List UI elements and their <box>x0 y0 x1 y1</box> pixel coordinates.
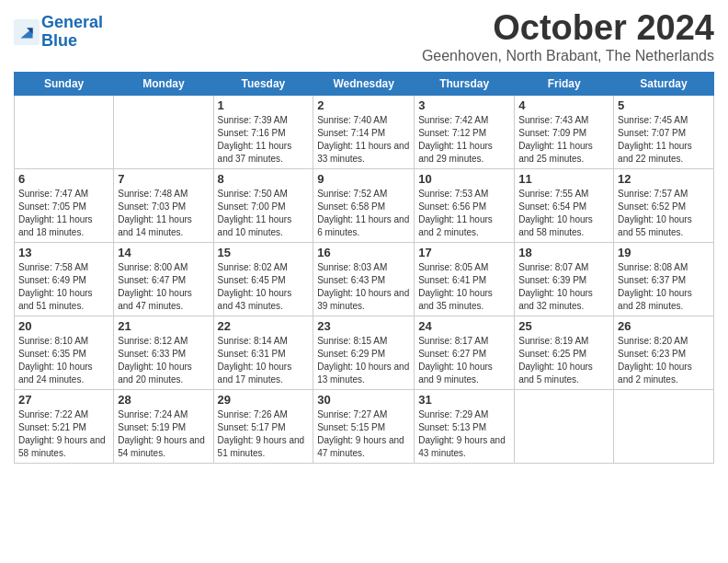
day-number: 16 <box>317 246 410 259</box>
day-number: 4 <box>518 98 609 112</box>
calendar-cell: 16Sunrise: 8:03 AM Sunset: 6:43 PM Dayli… <box>313 242 415 316</box>
calendar-cell: 3Sunrise: 7:42 AM Sunset: 7:12 PM Daylig… <box>415 95 515 168</box>
day-number: 8 <box>218 172 310 186</box>
day-info: Sunrise: 8:05 AM Sunset: 6:41 PM Dayligh… <box>418 261 510 313</box>
day-number: 19 <box>618 246 710 259</box>
calendar-header: SundayMondayTuesdayWednesdayThursdayFrid… <box>15 72 714 95</box>
svg-rect-0 <box>14 19 40 45</box>
calendar-cell: 10Sunrise: 7:53 AM Sunset: 6:56 PM Dayli… <box>415 168 515 242</box>
header-day: Monday <box>114 72 213 95</box>
day-info: Sunrise: 7:24 AM Sunset: 5:19 PM Dayligh… <box>118 408 209 460</box>
calendar-cell: 24Sunrise: 8:17 AM Sunset: 6:27 PM Dayli… <box>415 316 515 389</box>
calendar-cell: 26Sunrise: 8:20 AM Sunset: 6:23 PM Dayli… <box>614 316 714 389</box>
calendar-body: 1Sunrise: 7:39 AM Sunset: 7:16 PM Daylig… <box>15 95 714 463</box>
day-info: Sunrise: 7:47 AM Sunset: 7:05 PM Dayligh… <box>18 188 109 239</box>
day-number: 30 <box>317 393 410 407</box>
header-day: Friday <box>515 72 614 95</box>
day-number: 25 <box>518 319 609 333</box>
day-info: Sunrise: 7:39 AM Sunset: 7:16 PM Dayligh… <box>218 114 310 166</box>
day-info: Sunrise: 8:00 AM Sunset: 6:47 PM Dayligh… <box>118 261 209 313</box>
calendar-cell: 19Sunrise: 8:08 AM Sunset: 6:37 PM Dayli… <box>614 242 714 316</box>
calendar-cell: 2Sunrise: 7:40 AM Sunset: 7:14 PM Daylig… <box>313 95 415 168</box>
day-number: 9 <box>317 172 410 186</box>
day-info: Sunrise: 8:20 AM Sunset: 6:23 PM Dayligh… <box>618 335 710 386</box>
day-info: Sunrise: 7:26 AM Sunset: 5:17 PM Dayligh… <box>218 408 310 460</box>
day-number: 5 <box>618 98 710 112</box>
day-info: Sunrise: 7:55 AM Sunset: 6:54 PM Dayligh… <box>518 188 609 239</box>
day-info: Sunrise: 7:27 AM Sunset: 5:15 PM Dayligh… <box>317 408 410 460</box>
calendar-cell: 1Sunrise: 7:39 AM Sunset: 7:16 PM Daylig… <box>213 95 313 168</box>
day-number: 3 <box>418 98 510 112</box>
day-info: Sunrise: 7:52 AM Sunset: 6:58 PM Dayligh… <box>317 188 410 239</box>
day-info: Sunrise: 8:10 AM Sunset: 6:35 PM Dayligh… <box>18 335 109 386</box>
header-day: Tuesday <box>213 72 313 95</box>
day-number: 23 <box>317 319 410 333</box>
calendar-cell: 17Sunrise: 8:05 AM Sunset: 6:41 PM Dayli… <box>415 242 515 316</box>
calendar-cell: 23Sunrise: 8:15 AM Sunset: 6:29 PM Dayli… <box>313 316 415 389</box>
day-number: 22 <box>218 319 310 333</box>
day-info: Sunrise: 7:53 AM Sunset: 6:56 PM Dayligh… <box>418 188 510 239</box>
calendar-cell: 7Sunrise: 7:48 AM Sunset: 7:03 PM Daylig… <box>114 168 213 242</box>
calendar-cell: 13Sunrise: 7:58 AM Sunset: 6:49 PM Dayli… <box>15 242 114 316</box>
day-number: 28 <box>118 393 209 407</box>
day-info: Sunrise: 8:02 AM Sunset: 6:45 PM Dayligh… <box>218 261 310 313</box>
day-number: 20 <box>18 319 109 333</box>
day-number: 29 <box>218 393 310 407</box>
logo-blue: Blue <box>41 31 77 50</box>
calendar-cell: 15Sunrise: 8:02 AM Sunset: 6:45 PM Dayli… <box>213 242 313 316</box>
day-number: 1 <box>218 98 310 112</box>
calendar-cell: 22Sunrise: 8:14 AM Sunset: 6:31 PM Dayli… <box>213 316 313 389</box>
header-day: Wednesday <box>313 72 415 95</box>
logo-general: General <box>41 13 103 31</box>
logo-icon <box>14 19 40 45</box>
day-info: Sunrise: 7:42 AM Sunset: 7:12 PM Dayligh… <box>418 114 510 166</box>
day-number: 17 <box>418 246 510 259</box>
day-number: 7 <box>118 172 209 186</box>
day-info: Sunrise: 7:58 AM Sunset: 6:49 PM Dayligh… <box>18 261 109 313</box>
calendar-week: 6Sunrise: 7:47 AM Sunset: 7:05 PM Daylig… <box>15 168 714 242</box>
day-number: 12 <box>618 172 710 186</box>
day-number: 21 <box>118 319 209 333</box>
day-number: 11 <box>518 172 609 186</box>
day-info: Sunrise: 8:07 AM Sunset: 6:39 PM Dayligh… <box>518 261 609 313</box>
calendar-cell: 8Sunrise: 7:50 AM Sunset: 7:00 PM Daylig… <box>213 168 313 242</box>
calendar-cell: 25Sunrise: 8:19 AM Sunset: 6:25 PM Dayli… <box>515 316 614 389</box>
calendar-cell: 11Sunrise: 7:55 AM Sunset: 6:54 PM Dayli… <box>515 168 614 242</box>
day-number: 2 <box>317 98 410 112</box>
title-area: October 2024 Geenhoven, North Brabant, T… <box>422 9 714 64</box>
calendar-cell: 31Sunrise: 7:29 AM Sunset: 5:13 PM Dayli… <box>415 389 515 463</box>
day-number: 6 <box>18 172 109 186</box>
header-row: SundayMondayTuesdayWednesdayThursdayFrid… <box>15 72 714 95</box>
calendar-week: 27Sunrise: 7:22 AM Sunset: 5:21 PM Dayli… <box>15 389 714 463</box>
day-info: Sunrise: 8:17 AM Sunset: 6:27 PM Dayligh… <box>418 335 510 386</box>
calendar-week: 20Sunrise: 8:10 AM Sunset: 6:35 PM Dayli… <box>15 316 714 389</box>
header-day: Thursday <box>415 72 515 95</box>
day-number: 15 <box>218 246 310 259</box>
day-number: 31 <box>418 393 510 407</box>
day-number: 14 <box>118 246 209 259</box>
calendar-cell: 4Sunrise: 7:43 AM Sunset: 7:09 PM Daylig… <box>515 95 614 168</box>
day-info: Sunrise: 7:29 AM Sunset: 5:13 PM Dayligh… <box>418 408 510 460</box>
day-info: Sunrise: 7:40 AM Sunset: 7:14 PM Dayligh… <box>317 114 410 166</box>
day-info: Sunrise: 8:15 AM Sunset: 6:29 PM Dayligh… <box>317 335 410 386</box>
day-info: Sunrise: 8:12 AM Sunset: 6:33 PM Dayligh… <box>118 335 209 386</box>
calendar-cell: 28Sunrise: 7:24 AM Sunset: 5:19 PM Dayli… <box>114 389 213 463</box>
day-info: Sunrise: 8:14 AM Sunset: 6:31 PM Dayligh… <box>218 335 310 386</box>
calendar-cell: 9Sunrise: 7:52 AM Sunset: 6:58 PM Daylig… <box>313 168 415 242</box>
month-title: October 2024 <box>422 9 714 48</box>
day-number: 10 <box>418 172 510 186</box>
calendar-cell: 30Sunrise: 7:27 AM Sunset: 5:15 PM Dayli… <box>313 389 415 463</box>
calendar-cell <box>15 95 114 168</box>
day-info: Sunrise: 7:50 AM Sunset: 7:00 PM Dayligh… <box>218 188 310 239</box>
day-info: Sunrise: 7:45 AM Sunset: 7:07 PM Dayligh… <box>618 114 710 166</box>
calendar-cell: 18Sunrise: 8:07 AM Sunset: 6:39 PM Dayli… <box>515 242 614 316</box>
day-number: 24 <box>418 319 510 333</box>
calendar-cell: 12Sunrise: 7:57 AM Sunset: 6:52 PM Dayli… <box>614 168 714 242</box>
calendar-cell: 21Sunrise: 8:12 AM Sunset: 6:33 PM Dayli… <box>114 316 213 389</box>
header-day: Saturday <box>614 72 714 95</box>
calendar-cell: 5Sunrise: 7:45 AM Sunset: 7:07 PM Daylig… <box>614 95 714 168</box>
day-info: Sunrise: 7:22 AM Sunset: 5:21 PM Dayligh… <box>18 408 109 460</box>
calendar-cell: 27Sunrise: 7:22 AM Sunset: 5:21 PM Dayli… <box>15 389 114 463</box>
day-info: Sunrise: 7:48 AM Sunset: 7:03 PM Dayligh… <box>118 188 209 239</box>
calendar-cell: 6Sunrise: 7:47 AM Sunset: 7:05 PM Daylig… <box>15 168 114 242</box>
